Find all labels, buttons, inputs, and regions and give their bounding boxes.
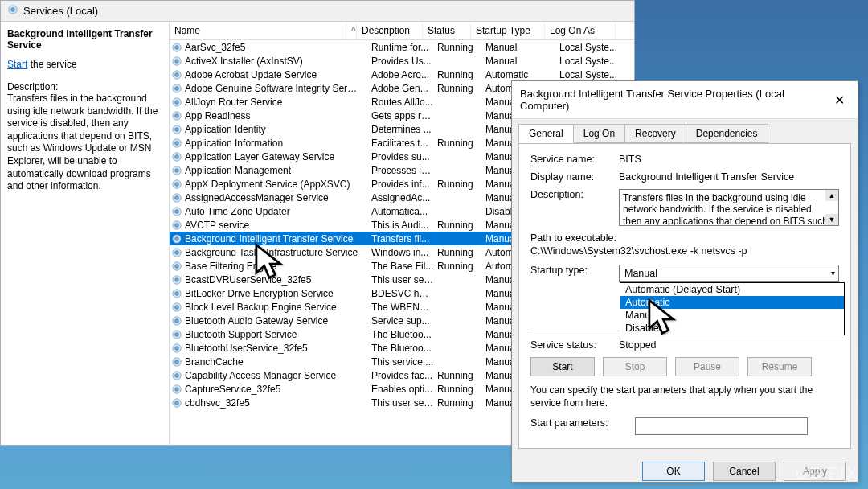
row-status: Running xyxy=(437,370,485,381)
service-gear-icon xyxy=(171,247,182,258)
startup-type-dropdown: Automatic (Delayed Start)AutomaticManual… xyxy=(620,282,845,335)
chevron-down-icon: ▾ xyxy=(831,269,835,277)
dialog-titlebar[interactable]: Background Intelligent Transfer Service … xyxy=(512,81,858,119)
service-gear-icon xyxy=(171,69,182,80)
startup-option[interactable]: Disabled xyxy=(620,322,844,335)
row-status: Running xyxy=(437,220,485,231)
start-button[interactable]: Start xyxy=(530,357,595,376)
start-params-help: You can specify the start parameters tha… xyxy=(530,384,839,409)
row-name: cbdhsvc_32fe5 xyxy=(185,397,362,409)
row-logon: Local Syste... xyxy=(559,69,630,80)
tab-dependencies[interactable]: Dependencies xyxy=(686,124,768,143)
col-description[interactable]: Description xyxy=(357,22,423,39)
row-desc: Automatica... xyxy=(371,206,437,217)
close-icon[interactable]: ✕ xyxy=(829,92,850,108)
row-desc: Facilitates t... xyxy=(371,138,437,149)
svg-point-47 xyxy=(175,346,179,350)
row-desc: Gets apps re... xyxy=(371,110,437,121)
start-params-input[interactable] xyxy=(635,417,808,435)
row-desc: The WBENG... xyxy=(371,302,437,313)
service-gear-icon xyxy=(171,42,182,53)
col-logon-as[interactable]: Log On As xyxy=(545,22,616,39)
row-desc: Transfers fil... xyxy=(371,233,437,244)
column-headers: Name ^ Description Status Startup Type L… xyxy=(170,22,634,40)
service-gear-icon xyxy=(171,110,182,121)
row-name: Auto Time Zone Updater xyxy=(185,206,362,217)
desc-scroll-up-icon[interactable]: ▲ xyxy=(825,190,838,201)
svg-point-25 xyxy=(175,195,179,199)
service-detail-pane: Background Intelligent Transfer Service … xyxy=(1,22,170,445)
value-service-name: BITS xyxy=(619,154,839,165)
service-gear-icon xyxy=(171,151,182,162)
service-gear-icon xyxy=(171,97,182,108)
row-name: Bluetooth Audio Gateway Service xyxy=(185,315,362,327)
row-status: Running xyxy=(437,179,485,190)
row-status: Running xyxy=(437,42,485,53)
row-desc: Provides inf... xyxy=(371,179,437,190)
svg-point-5 xyxy=(175,59,179,63)
row-desc: AssignedAc... xyxy=(371,192,437,203)
row-desc: Runtime for... xyxy=(371,42,437,53)
service-gear-icon xyxy=(171,55,182,67)
row-name: Base Filtering Engine xyxy=(185,261,362,272)
row-desc: Provides fac... xyxy=(371,370,437,381)
row-name: AppX Deployment Service (AppXSVC) xyxy=(185,179,362,190)
startup-option[interactable]: Manual xyxy=(620,309,844,322)
svg-point-23 xyxy=(175,182,179,186)
row-name: Block Level Backup Engine Service xyxy=(185,302,362,313)
row-status: Running xyxy=(437,397,485,409)
description-textbox[interactable]: Transfers files in the background using … xyxy=(619,189,839,226)
svg-point-13 xyxy=(175,113,179,117)
tabs: General Log On Recovery Dependencies xyxy=(512,119,858,143)
svg-point-15 xyxy=(175,127,179,131)
row-desc: Adobe Acro... xyxy=(371,69,437,80)
service-gear-icon xyxy=(171,397,182,409)
col-status[interactable]: Status xyxy=(423,22,471,39)
start-service-link[interactable]: Start xyxy=(7,59,27,70)
row-name: BluetoothUserService_32fe5 xyxy=(185,343,362,354)
service-gear-icon xyxy=(171,138,182,149)
service-gear-icon xyxy=(171,179,182,190)
label-description: Description: xyxy=(530,189,619,200)
desc-scroll-down-icon[interactable]: ▼ xyxy=(825,214,838,225)
svg-point-29 xyxy=(175,223,179,227)
tab-logon[interactable]: Log On xyxy=(573,124,625,143)
service-gear-icon xyxy=(171,220,182,231)
ok-button[interactable]: OK xyxy=(642,462,705,481)
startup-option[interactable]: Automatic (Delayed Start) xyxy=(620,283,844,296)
service-row[interactable]: Adobe Acrobat Update ServiceAdobe Acro..… xyxy=(170,68,634,81)
tab-recovery[interactable]: Recovery xyxy=(624,124,686,143)
service-gear-icon xyxy=(171,384,182,395)
row-name: Adobe Acrobat Update Service xyxy=(185,69,362,80)
col-name[interactable]: Name xyxy=(170,22,346,39)
row-name: Application Management xyxy=(185,165,362,176)
service-gear-icon xyxy=(171,288,182,299)
value-display-name: Background Intelligent Transfer Service xyxy=(619,171,839,183)
startup-option[interactable]: Automatic xyxy=(620,296,844,309)
service-row[interactable]: ActiveX Installer (AxInstSV)Provides Us.… xyxy=(170,54,634,68)
row-desc: Provides Us... xyxy=(371,55,437,67)
tab-general[interactable]: General xyxy=(518,124,574,143)
col-startup-type[interactable]: Startup Type xyxy=(471,22,545,39)
service-gear-icon xyxy=(171,206,182,217)
label-display-name: Display name: xyxy=(530,171,619,183)
service-gear-icon xyxy=(171,124,182,135)
row-name: Bluetooth Support Service xyxy=(185,329,362,340)
startup-type-select[interactable]: Manual ▾ Automatic (Delayed Start)Automa… xyxy=(619,265,839,282)
cancel-button[interactable]: Cancel xyxy=(713,462,776,481)
svg-point-35 xyxy=(175,264,179,268)
service-gear-icon xyxy=(171,329,182,340)
svg-point-1 xyxy=(11,8,15,12)
services-title: Services (Local) xyxy=(23,5,98,17)
row-name: Background Intelligent Transfer Service xyxy=(185,233,362,244)
row-name: Background Tasks Infrastructure Service xyxy=(185,247,362,258)
row-name: CaptureService_32fe5 xyxy=(185,384,362,395)
row-desc: Enables opti... xyxy=(371,384,437,395)
service-gear-icon xyxy=(171,261,182,272)
service-properties-dialog: Background Intelligent Transfer Service … xyxy=(511,80,858,483)
row-status: Running xyxy=(437,138,485,149)
row-name: AssignedAccessManager Service xyxy=(185,192,362,203)
svg-point-19 xyxy=(175,154,179,158)
sort-indicator[interactable]: ^ xyxy=(346,22,357,39)
service-row[interactable]: AarSvc_32fe5Runtime for...RunningManualL… xyxy=(170,40,634,54)
